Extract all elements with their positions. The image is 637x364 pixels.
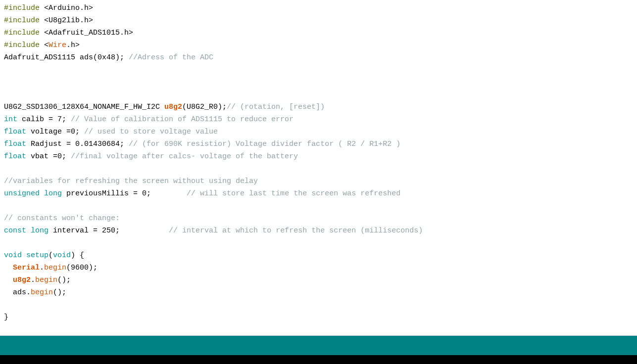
code-line[interactable]	[4, 200, 633, 212]
code-line[interactable]: u8g2.begin();	[4, 274, 633, 286]
code-token: setup	[26, 251, 49, 260]
code-token: #include	[4, 29, 40, 37]
code-line[interactable]: void setup(void) {	[4, 249, 633, 262]
status-bar	[0, 336, 637, 364]
code-line[interactable]: }	[4, 311, 633, 323]
code-line[interactable]: const long interval = 250; // interval a…	[4, 225, 633, 237]
code-token: ads.	[4, 288, 31, 297]
code-token: int	[4, 115, 17, 124]
message-area	[0, 336, 637, 355]
code-token: .h>	[66, 41, 80, 49]
code-line[interactable]: float Radjust = 0.01430684; // (for 690K…	[4, 138, 633, 150]
code-line[interactable]	[4, 76, 633, 89]
code-token: //Adress of the ADC	[129, 53, 213, 62]
code-token: ();	[57, 276, 71, 284]
code-line[interactable]: int calib = 7; // Value of calibration o…	[4, 113, 633, 126]
code-line[interactable]	[4, 64, 633, 76]
code-token: begin	[31, 288, 53, 297]
code-token: #include	[4, 41, 40, 49]
code-token: // (for 690K resistior) Voltage divider …	[129, 140, 400, 148]
code-token: // will store last time the screen was r…	[187, 189, 400, 198]
code-token: previousMillis = 0;	[62, 189, 187, 198]
code-line[interactable]: //variables for refreshing the screen wi…	[4, 175, 633, 187]
code-token: begin	[35, 276, 57, 284]
code-token: (U8G2_R0);	[182, 103, 227, 111]
code-token: (9600);	[66, 264, 98, 272]
code-token: <	[40, 41, 49, 49]
code-token: interval = 250;	[49, 227, 169, 235]
code-token: void	[53, 251, 71, 260]
code-line[interactable]	[4, 237, 633, 249]
code-editor[interactable]: #include <Arduino.h>#include <U8g2lib.h>…	[0, 0, 637, 331]
code-token	[40, 189, 44, 198]
code-token: Radjust = 0.01430684;	[26, 140, 129, 148]
code-token: #include	[4, 16, 40, 25]
code-token: float	[4, 152, 26, 161]
code-token: u8g2	[13, 276, 31, 284]
code-line[interactable]: #include <Wire.h>	[4, 39, 633, 51]
code-token: <U8g2lib.h>	[40, 16, 93, 25]
code-token: //variables for refreshing the screen wi…	[4, 177, 258, 185]
code-token	[22, 251, 26, 260]
code-line[interactable]	[4, 299, 633, 311]
code-token: (	[49, 251, 53, 260]
code-line[interactable]: U8G2_SSD1306_128X64_NONAME_F_HW_I2C u8g2…	[4, 101, 633, 113]
code-token: // constants won't change:	[4, 214, 120, 223]
code-token: U8G2_SSD1306_128X64_NONAME_F_HW_I2C	[4, 103, 164, 111]
code-token: Serial	[13, 264, 40, 272]
code-token: voltage =0;	[26, 128, 84, 136]
code-line[interactable]: unsigned long previousMillis = 0; // wil…	[4, 187, 633, 200]
code-line[interactable]: ads.begin();	[4, 286, 633, 299]
code-token: long	[44, 189, 62, 198]
code-line[interactable]	[4, 163, 633, 175]
code-token: .	[40, 264, 44, 272]
code-line[interactable]	[4, 89, 633, 101]
code-line[interactable]: float voltage =0; // used to store volta…	[4, 126, 633, 138]
code-token	[26, 227, 31, 235]
code-token: void	[4, 251, 22, 260]
code-token: float	[4, 128, 26, 136]
code-line[interactable]: #include <Arduino.h>	[4, 2, 633, 14]
code-token: <Adafruit_ADS1015.h>	[40, 29, 133, 37]
code-token	[4, 276, 13, 284]
code-token: Wire	[49, 41, 66, 49]
code-token: //final voltage after calcs- voltage of …	[71, 152, 298, 161]
code-token: const	[4, 227, 26, 235]
code-line[interactable]: Serial.begin(9600);	[4, 262, 633, 274]
code-token: // (rotation, [reset])	[227, 103, 325, 111]
code-line[interactable]: float vbat =0; //final voltage after cal…	[4, 150, 633, 163]
code-token: u8g2	[164, 103, 182, 111]
code-line[interactable]: #include <U8g2lib.h>	[4, 14, 633, 27]
code-token: long	[31, 227, 49, 235]
code-token: <Arduino.h>	[40, 4, 93, 12]
code-token: // Value of calibration of ADS1115 to re…	[71, 115, 294, 124]
code-token: ();	[53, 288, 66, 297]
code-token: #include	[4, 4, 40, 12]
code-token: Adafruit_ADS1115 ads(0x48);	[4, 53, 129, 62]
code-token: vbat =0;	[26, 152, 71, 161]
code-line[interactable]: // constants won't change:	[4, 212, 633, 225]
code-token: unsigned	[4, 189, 40, 198]
console-area	[0, 355, 637, 364]
code-line[interactable]: Adafruit_ADS1115 ads(0x48); //Adress of …	[4, 51, 633, 64]
code-token: calib = 7;	[17, 115, 71, 124]
code-token: float	[4, 140, 26, 148]
code-token: }	[4, 313, 8, 321]
code-token: .	[31, 276, 35, 284]
code-token: ) {	[71, 251, 84, 260]
code-line[interactable]: #include <Adafruit_ADS1015.h>	[4, 27, 633, 39]
code-token: // interval at which to refresh the scre…	[169, 227, 423, 235]
code-token: // used to store voltage value	[84, 128, 218, 136]
code-token: begin	[44, 264, 66, 272]
code-token	[4, 264, 13, 272]
